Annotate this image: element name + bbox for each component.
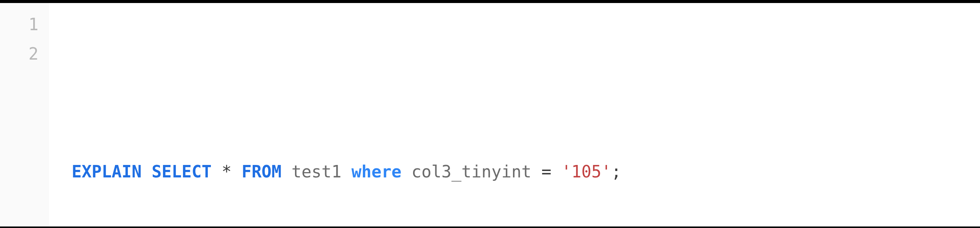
string-literal: '105' [561,162,611,181]
line-number: 1 [8,10,38,39]
keyword-explain: EXPLAIN [72,162,142,181]
line-gutter: 1 2 [0,3,49,228]
operator-star: * [221,162,232,181]
sql-editor[interactable]: 1 2 EXPLAIN SELECT * FROM test1 where co… [0,3,980,228]
code-area[interactable]: EXPLAIN SELECT * FROM test1 where col3_t… [49,3,980,228]
identifier-column: col3_tinyint [412,162,531,181]
identifier-table: test1 [291,162,341,181]
operator-eq: = [541,162,552,181]
code-line[interactable] [72,69,969,98]
keyword-where: where [352,162,401,181]
line-number: 2 [8,39,38,69]
code-line[interactable]: EXPLAIN SELECT * FROM test1 where col3_t… [72,157,969,187]
keyword-from: FROM [242,162,282,181]
semicolon: ; [611,162,622,181]
keyword-select: SELECT [152,162,212,181]
